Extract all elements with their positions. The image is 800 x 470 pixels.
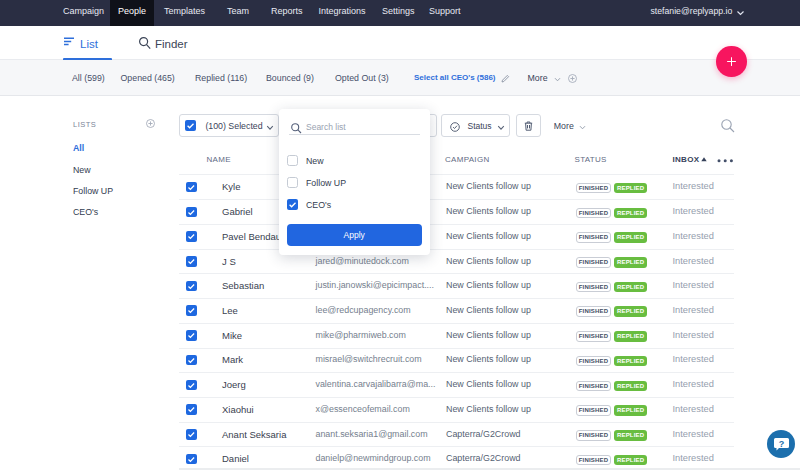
svg-text:?: ? — [779, 439, 785, 449]
